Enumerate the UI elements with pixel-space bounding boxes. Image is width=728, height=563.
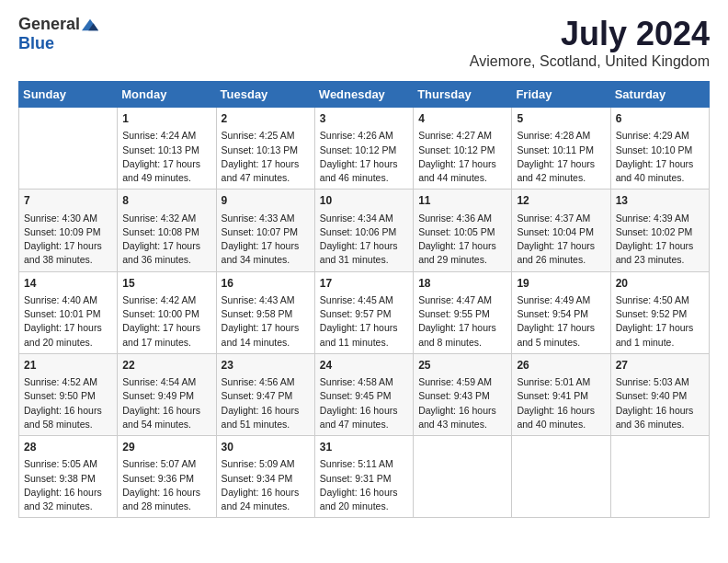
logo-general-text: General [18,15,80,34]
weekday-header: Monday [118,82,216,108]
weekday-header: Friday [512,82,610,108]
day-info: Sunrise: 4:42 AM [122,294,196,305]
day-info: Sunset: 9:52 PM [616,308,688,319]
day-info: Sunset: 9:36 PM [122,473,194,484]
day-number: 31 [320,440,408,455]
day-info: Sunrise: 4:50 AM [616,294,689,305]
day-info: and 58 minutes. [24,419,93,430]
weekday-header: Sunday [19,82,118,108]
day-info: Daylight: 17 hours [222,322,300,333]
day-info: and 26 minutes. [517,254,586,265]
day-info: Sunrise: 4:24 AM [122,130,196,141]
calendar-cell: 27Sunrise: 5:03 AMSunset: 9:40 PMDayligh… [610,353,709,435]
calendar-cell: 5Sunrise: 4:28 AMSunset: 10:11 PMDayligh… [512,108,610,190]
calendar-cell: 17Sunrise: 4:45 AMSunset: 9:57 PMDayligh… [314,271,413,353]
day-number: 30 [222,440,310,455]
day-number: 29 [122,440,210,455]
day-number: 3 [320,111,408,127]
day-info: and 51 minutes. [222,419,290,430]
day-info: and 40 minutes. [616,172,685,183]
day-info: Sunrise: 5:05 AM [24,458,97,469]
day-info: and 24 minutes. [222,500,290,511]
day-info: and 34 minutes. [222,254,290,265]
day-info: Daylight: 17 hours [517,322,595,333]
day-info: Daylight: 16 hours [24,405,102,416]
day-info: and 17 minutes. [122,337,191,348]
logo-icon [82,18,98,31]
day-number: 26 [517,358,605,373]
calendar-week-row: 28Sunrise: 5:05 AMSunset: 9:38 PMDayligh… [19,436,710,518]
day-info: Sunset: 10:00 PM [122,308,199,319]
day-info: Sunrise: 4:32 AM [122,213,196,224]
calendar-cell [414,436,512,518]
weekday-header: Wednesday [314,82,413,108]
day-info: Daylight: 16 hours [122,487,200,498]
day-number: 7 [24,193,112,209]
day-info: and 1 minute. [616,337,675,348]
day-info: Daylight: 17 hours [418,158,496,169]
day-info: Sunset: 9:41 PM [517,390,588,401]
day-info: Sunset: 9:54 PM [517,308,588,319]
calendar-cell: 16Sunrise: 4:43 AMSunset: 9:58 PMDayligh… [216,271,314,353]
day-info: Sunrise: 5:07 AM [122,458,196,469]
day-info: and 36 minutes. [122,254,191,265]
day-number: 5 [517,111,605,127]
day-info: Daylight: 17 hours [122,240,200,251]
day-info: Sunset: 10:04 PM [517,226,593,237]
day-info: Sunset: 9:43 PM [418,390,490,401]
day-number: 4 [418,111,506,127]
calendar-cell: 3Sunrise: 4:26 AMSunset: 10:12 PMDayligh… [314,108,413,190]
day-info: Sunset: 9:50 PM [24,390,96,401]
calendar-cell: 24Sunrise: 4:58 AMSunset: 9:45 PMDayligh… [314,353,413,435]
calendar-cell: 31Sunrise: 5:11 AMSunset: 9:31 PMDayligh… [314,436,413,518]
day-number: 12 [517,193,605,209]
day-info: and 54 minutes. [122,419,191,430]
day-number: 19 [517,276,605,292]
calendar-cell: 19Sunrise: 4:49 AMSunset: 9:54 PMDayligh… [512,271,610,353]
calendar-cell: 2Sunrise: 4:25 AMSunset: 10:13 PMDayligh… [216,108,314,190]
day-info: and 47 minutes. [320,419,389,430]
calendar-cell: 29Sunrise: 5:07 AMSunset: 9:36 PMDayligh… [118,436,216,518]
day-info: Sunset: 10:13 PM [222,144,298,155]
day-info: Daylight: 17 hours [222,240,300,251]
calendar-table: SundayMondayTuesdayWednesdayThursdayFrid… [18,81,710,518]
weekday-header: Tuesday [216,82,314,108]
calendar-cell: 23Sunrise: 4:56 AMSunset: 9:47 PMDayligh… [216,353,314,435]
day-info: Sunset: 10:06 PM [320,226,396,237]
day-info: Sunrise: 4:39 AM [616,213,689,224]
logo-blue-text: Blue [18,34,54,53]
day-info: Sunrise: 4:40 AM [24,294,97,305]
day-info: Sunrise: 4:49 AM [517,294,590,305]
day-number: 21 [24,358,112,373]
calendar-cell [512,436,610,518]
day-info: Daylight: 16 hours [222,487,300,498]
calendar-cell: 21Sunrise: 4:52 AMSunset: 9:50 PMDayligh… [19,353,118,435]
day-info: Sunrise: 4:37 AM [517,213,590,224]
day-info: Daylight: 17 hours [122,158,200,169]
calendar-cell: 20Sunrise: 4:50 AMSunset: 9:52 PMDayligh… [610,271,709,353]
day-info: and 5 minutes. [517,337,580,348]
calendar-cell [19,108,118,190]
day-info: Sunrise: 4:27 AM [418,130,492,141]
day-info: Sunset: 10:12 PM [320,144,396,155]
day-info: Sunrise: 5:01 AM [517,376,590,387]
calendar-cell: 6Sunrise: 4:29 AMSunset: 10:10 PMDayligh… [610,108,709,190]
day-info: Sunset: 9:45 PM [320,390,392,401]
day-info: Daylight: 17 hours [24,240,102,251]
day-info: Sunset: 10:11 PM [517,144,593,155]
day-info: Sunset: 10:10 PM [616,144,692,155]
calendar-cell: 1Sunrise: 4:24 AMSunset: 10:13 PMDayligh… [118,108,216,190]
day-info: and 36 minutes. [616,419,685,430]
day-number: 13 [616,193,704,209]
calendar-cell: 26Sunrise: 5:01 AMSunset: 9:41 PMDayligh… [512,353,610,435]
day-info: Daylight: 17 hours [517,158,595,169]
day-info: Daylight: 17 hours [418,322,496,333]
day-info: Sunset: 9:47 PM [222,390,293,401]
day-info: Sunrise: 4:52 AM [24,376,97,387]
calendar-cell: 7Sunrise: 4:30 AMSunset: 10:09 PMDayligh… [19,190,118,271]
day-info: Daylight: 16 hours [122,405,200,416]
calendar-cell: 4Sunrise: 4:27 AMSunset: 10:12 PMDayligh… [414,108,512,190]
weekday-header: Saturday [610,82,709,108]
day-info: Sunrise: 4:36 AM [418,213,492,224]
day-number: 8 [122,193,210,209]
